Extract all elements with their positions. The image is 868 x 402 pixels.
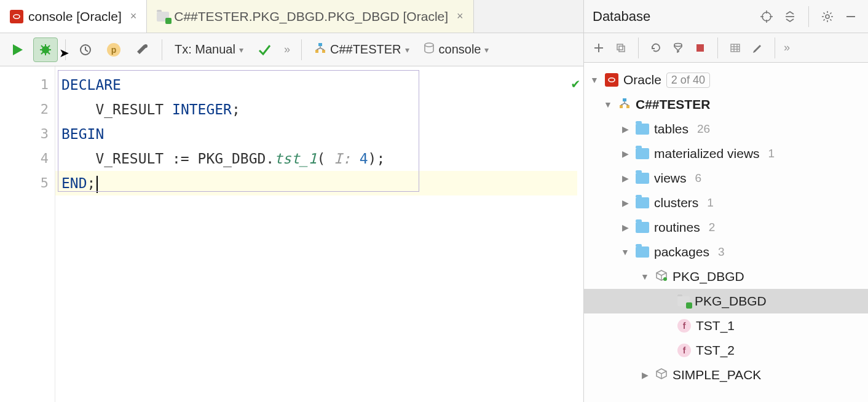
separator xyxy=(808,6,809,27)
svg-line-23 xyxy=(824,12,825,14)
type-keyword: INTEGER xyxy=(172,101,232,117)
expand-arrow-icon[interactable] xyxy=(620,223,631,232)
commit-button[interactable] xyxy=(252,37,277,62)
console-session-dropdown[interactable]: console ▾ xyxy=(418,42,494,57)
package-body-icon xyxy=(677,296,690,306)
tab-package[interactable]: C##TESTER.PKG_DBGD.PKG_DBGD [Oracle] × xyxy=(147,0,473,33)
inspection-ok-icon: ✔ xyxy=(572,71,580,96)
tx-mode-dropdown[interactable]: Tx: Manual ▾ xyxy=(170,42,248,57)
separator xyxy=(775,37,775,58)
new-datasource-icon[interactable] xyxy=(590,39,607,57)
tab-console-label: console [Oracle] xyxy=(28,9,122,24)
node-count: 26 xyxy=(697,122,710,136)
expand-arrow-icon[interactable] xyxy=(620,247,631,257)
package-icon xyxy=(655,269,668,285)
svg-rect-40 xyxy=(623,98,626,101)
expand-arrow-icon[interactable] xyxy=(639,370,650,380)
table-view-icon[interactable] xyxy=(727,39,744,57)
oracle-icon xyxy=(10,10,23,23)
expand-arrow-icon[interactable] xyxy=(620,198,631,208)
chevron-down-icon: ▾ xyxy=(405,45,409,55)
svg-rect-8 xyxy=(318,43,322,46)
svg-line-25 xyxy=(830,12,831,14)
svg-point-12 xyxy=(762,12,771,21)
svg-line-24 xyxy=(830,19,831,20)
tree-node-tables[interactable]: tables 26 xyxy=(584,117,868,141)
expand-arrow-icon[interactable] xyxy=(589,75,600,85)
svg-line-26 xyxy=(824,19,825,20)
overflow-icon[interactable]: » xyxy=(784,41,790,54)
expand-arrow-icon[interactable] xyxy=(639,272,650,282)
function-call: tst_1 xyxy=(274,151,317,167)
function-icon: f xyxy=(677,319,691,333)
oracle-icon xyxy=(605,73,618,87)
function-icon: f xyxy=(677,344,691,357)
debug-button[interactable] xyxy=(33,37,58,62)
expand-arrow-icon[interactable] xyxy=(602,100,614,109)
schema-dropdown[interactable]: C##TESTER ▾ xyxy=(309,42,414,57)
code-editor[interactable]: 1 2 3 4 5 ✔ DECLARE V_RESULT INTEGER; BE… xyxy=(0,66,583,402)
schema-label: C##TESTER xyxy=(330,42,401,57)
keyword: DECLARE xyxy=(61,77,121,93)
node-label: views xyxy=(654,171,687,186)
gear-icon[interactable] xyxy=(819,8,836,25)
tree-node-tst1[interactable]: f TST_1 xyxy=(584,313,868,338)
expand-arrow-icon[interactable] xyxy=(620,173,631,183)
close-icon[interactable]: × xyxy=(457,10,464,23)
tree-node-packages[interactable]: packages 3 xyxy=(584,240,868,264)
node-count: 6 xyxy=(695,171,702,185)
folder-icon xyxy=(636,173,649,184)
code-area[interactable]: ✔ DECLARE V_RESULT INTEGER; BEGIN V_RESU… xyxy=(55,66,583,402)
folder-icon xyxy=(636,246,649,258)
tab-console[interactable]: console [Oracle] × xyxy=(0,0,147,33)
keyword: END xyxy=(61,175,87,191)
refresh-icon[interactable] xyxy=(647,39,665,57)
line-number: 5 xyxy=(0,171,49,195)
expand-arrow-icon[interactable] xyxy=(620,149,631,159)
node-label: PKG_DBGD xyxy=(673,269,744,284)
settings-button[interactable] xyxy=(130,37,154,62)
folder-icon xyxy=(636,197,649,208)
tree-node-schema[interactable]: C##TESTER xyxy=(584,92,868,117)
console-toolbar: p Tx: Manual ▾ » C##TESTER ▾ console ▾ xyxy=(0,33,583,66)
duplicate-icon[interactable] xyxy=(612,39,629,57)
target-icon[interactable] xyxy=(758,8,775,25)
node-count: 1 xyxy=(768,147,775,160)
minimize-icon[interactable] xyxy=(842,8,859,25)
database-tree[interactable]: Oracle 2 of 40 C##TESTER tables 26 mater… xyxy=(584,63,868,402)
tree-node-routines[interactable]: routines 2 xyxy=(584,215,868,240)
filter-icon[interactable] xyxy=(669,39,687,57)
run-button[interactable] xyxy=(5,37,30,62)
chevron-down-icon: ▾ xyxy=(239,45,243,55)
tree-node-simple-pack[interactable]: SIMPLE_PACK xyxy=(584,363,868,387)
stop-icon[interactable] xyxy=(692,39,709,57)
expand-arrow-icon[interactable] xyxy=(620,124,631,134)
edit-icon[interactable] xyxy=(749,39,766,57)
svg-rect-27 xyxy=(846,16,855,17)
collapse-icon[interactable] xyxy=(781,8,799,25)
svg-point-32 xyxy=(674,43,682,46)
tree-node-datasource[interactable]: Oracle 2 of 40 xyxy=(584,68,868,92)
line-number: 3 xyxy=(0,122,49,146)
separator xyxy=(717,37,718,58)
tree-node-clusters[interactable]: clusters 1 xyxy=(584,191,868,215)
explain-plan-button[interactable]: p xyxy=(101,37,126,62)
svg-point-7 xyxy=(144,44,148,48)
history-button[interactable] xyxy=(73,37,98,62)
tree-node-tst2[interactable]: f TST_2 xyxy=(584,338,868,363)
tree-node-pkg-dbgd[interactable]: PKG_DBGD xyxy=(584,264,868,289)
svg-point-43 xyxy=(663,277,667,281)
tree-node-mviews[interactable]: materialized views 1 xyxy=(584,141,868,166)
overflow-icon[interactable]: » xyxy=(280,43,294,56)
close-icon[interactable]: × xyxy=(130,10,137,23)
node-label: C##TESTER xyxy=(636,97,710,112)
schema-icon xyxy=(618,97,631,112)
node-label: routines xyxy=(654,220,700,235)
tree-node-views[interactable]: views 6 xyxy=(584,166,868,191)
node-label: TST_1 xyxy=(696,318,735,333)
line-number: 2 xyxy=(0,97,49,122)
tree-node-pkg-dbgd-body[interactable]: PKG_DBGD xyxy=(584,289,868,313)
package-file-icon xyxy=(157,12,169,22)
node-count: 3 xyxy=(718,245,725,259)
folder-icon xyxy=(636,124,649,135)
